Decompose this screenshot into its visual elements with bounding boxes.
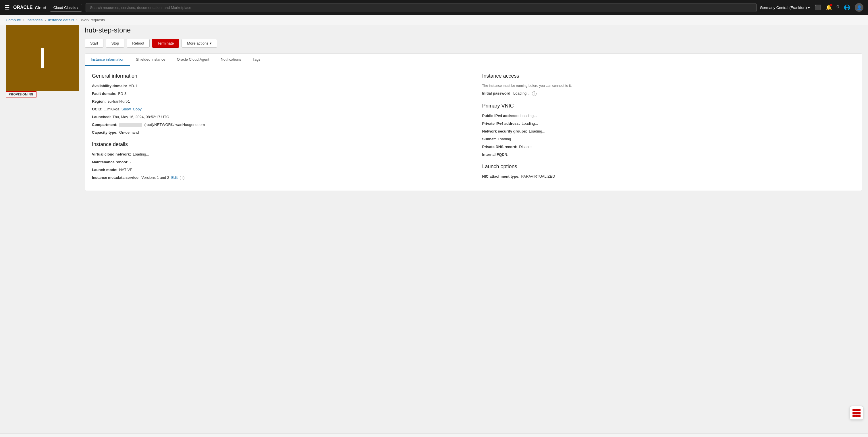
oracle-logo: ORACLE Cloud	[13, 5, 46, 10]
region-label: Germany Central (Frankfurt)	[760, 5, 807, 10]
breadcrumb-sep-3: ›	[76, 18, 79, 22]
breadcrumb-compute[interactable]: Compute	[6, 18, 21, 22]
globe-icon[interactable]: 🌐	[844, 4, 850, 11]
info-row-initial-password: Initial password: Loading... i	[482, 91, 855, 96]
region-dropdown-icon: ▾	[808, 5, 810, 10]
user-avatar[interactable]: 👤	[855, 3, 863, 12]
help-icon[interactable]: ?	[836, 5, 839, 11]
main-layout: PROVISIONING hub-step-stone Start Stop R…	[0, 25, 868, 433]
help-dot-6	[858, 412, 861, 414]
public-ipv4-label: Public IPv4 address:	[482, 114, 519, 118]
terminate-button[interactable]: Terminate	[152, 39, 179, 48]
tab-instance-information[interactable]: Instance information	[85, 54, 130, 66]
help-dot-4	[852, 412, 855, 414]
search-input[interactable]	[86, 3, 756, 12]
info-row-nsg: Network security groups: Loading...	[482, 129, 855, 134]
tabs-container: Instance information Shielded instance O…	[85, 54, 862, 191]
info-row-compartment: Compartment: (root)/NETWORK/IwanHoogendo…	[92, 122, 465, 127]
breadcrumb-work-requests: Work requests	[81, 18, 105, 22]
private-dns-label: Private DNS record:	[482, 145, 518, 149]
launched-label: Launched:	[92, 115, 111, 119]
instance-access-title: Instance access	[482, 73, 855, 79]
info-row-vcn: Virtual cloud network: Loading...	[92, 152, 465, 156]
public-ipv4-value: Loading...	[521, 114, 537, 118]
oracle-text: ORACLE	[13, 5, 33, 10]
page-title: hub-step-stone	[85, 25, 862, 34]
instance-details-section: Instance details Virtual cloud network: …	[92, 141, 465, 180]
launch-options-section: Launch options NIC attachment type: PARA…	[482, 164, 855, 178]
internal-fqdn-label: Internal FQDN:	[482, 152, 509, 157]
primary-vnic-section: Primary VNIC Public IPv4 address: Loadin…	[482, 103, 855, 157]
cloud-text: Cloud	[35, 5, 46, 10]
action-bar: Start Stop Reboot Terminate More actions…	[85, 39, 862, 48]
more-actions-button[interactable]: More actions ▾	[182, 39, 217, 48]
reboot-button[interactable]: Reboot	[127, 39, 150, 48]
metadata-edit-link[interactable]: Edit	[171, 175, 178, 180]
compartment-label: Compartment:	[92, 122, 118, 127]
info-row-ocid: OCID: ...mi6kqa Show Copy	[92, 107, 465, 111]
start-button[interactable]: Start	[85, 39, 103, 48]
terminal-icon[interactable]: ⬛	[814, 4, 821, 11]
metadata-info-icon[interactable]: i	[180, 176, 184, 180]
general-information-title: General information	[92, 73, 465, 79]
internal-fqdn-value: -	[510, 152, 511, 157]
info-row-nic-attachment: NIC attachment type: PARAVIRTUALIZED	[482, 174, 855, 178]
help-dot-2	[855, 409, 858, 411]
info-row-private-dns: Private DNS record: Disable	[482, 145, 855, 149]
primary-vnic-title: Primary VNIC	[482, 103, 855, 109]
maintenance-reboot-label: Maintenance reboot:	[92, 160, 128, 164]
compartment-placeholder-block	[119, 123, 142, 127]
ocid-show-link[interactable]: Show	[122, 107, 131, 111]
region-selector[interactable]: Germany Central (Frankfurt) ▾	[760, 5, 810, 10]
help-dot-8	[855, 414, 858, 417]
instance-details-title: Instance details	[92, 141, 465, 147]
tab-oracle-cloud-agent[interactable]: Oracle Cloud Agent	[171, 54, 215, 66]
vcn-label: Virtual cloud network:	[92, 152, 131, 156]
help-dot-1	[852, 409, 855, 411]
info-row-private-ipv4: Private IPv4 address: Loading...	[482, 121, 855, 126]
stop-button[interactable]: Stop	[106, 39, 124, 48]
breadcrumb-instance-details[interactable]: Instance details	[48, 18, 74, 22]
capacity-type-label: Capacity type:	[92, 130, 118, 135]
left-column: General information Availability domain:…	[92, 73, 465, 184]
general-information-section: General information Availability domain:…	[92, 73, 465, 135]
fault-domain-value: FD-3	[118, 91, 126, 96]
help-grid-icon	[852, 409, 861, 417]
ocid-copy-link[interactable]: Copy	[133, 107, 142, 111]
breadcrumb-instances[interactable]: Instances	[26, 18, 42, 22]
cloud-classic-button[interactable]: Cloud Classic ›	[50, 4, 82, 11]
nsg-value: Loading...	[529, 129, 545, 134]
info-row-launched: Launched: Thu, May 16, 2024, 08:52:17 UT…	[92, 115, 465, 119]
help-widget[interactable]	[849, 406, 863, 420]
tab-content-instance-information: General information Availability domain:…	[85, 66, 862, 191]
launched-value: Thu, May 16, 2024, 08:52:17 UTC	[113, 115, 169, 119]
instance-icon	[41, 48, 44, 68]
status-badge: PROVISIONING	[6, 91, 36, 97]
launch-options-title: Launch options	[482, 164, 855, 170]
metadata-service-value: Versions 1 and 2 Edit i	[141, 175, 184, 180]
subnet-value: Loading...	[498, 137, 514, 141]
more-actions-chevron-icon: ▾	[210, 41, 212, 46]
initial-password-info-icon[interactable]: i	[532, 91, 536, 96]
metadata-service-label: Instance metadata service:	[92, 175, 140, 180]
capacity-type-value: On-demand	[119, 130, 139, 135]
info-row-fault-domain: Fault domain: FD-3	[92, 91, 465, 96]
region-value: eu-frankfurt-1	[107, 99, 130, 104]
tab-tags[interactable]: Tags	[247, 54, 266, 66]
launch-mode-label: Launch mode:	[92, 168, 118, 172]
info-row-region: Region: eu-frankfurt-1	[92, 99, 465, 104]
hamburger-icon[interactable]: ☰	[5, 4, 10, 11]
instance-thumbnail: PROVISIONING	[6, 25, 79, 428]
breadcrumb: Compute › Instances › Instance details ›…	[0, 15, 868, 25]
notifications-bell[interactable]: 🔔	[826, 4, 832, 11]
initial-password-value: Loading... i	[513, 91, 536, 96]
tab-notifications[interactable]: Notifications	[215, 54, 247, 66]
subnet-label: Subnet:	[482, 137, 496, 141]
tab-shielded-instance[interactable]: Shielded instance	[130, 54, 171, 66]
launch-mode-value: NATIVE	[119, 168, 132, 172]
ocid-value: ...mi6kqa Show Copy	[104, 107, 142, 111]
info-row-instance-metadata-service: Instance metadata service: Versions 1 an…	[92, 175, 465, 180]
region-label-field: Region:	[92, 99, 106, 104]
topnav: ☰ ORACLE Cloud Cloud Classic › Germany C…	[0, 0, 868, 15]
initial-password-label: Initial password:	[482, 91, 512, 95]
